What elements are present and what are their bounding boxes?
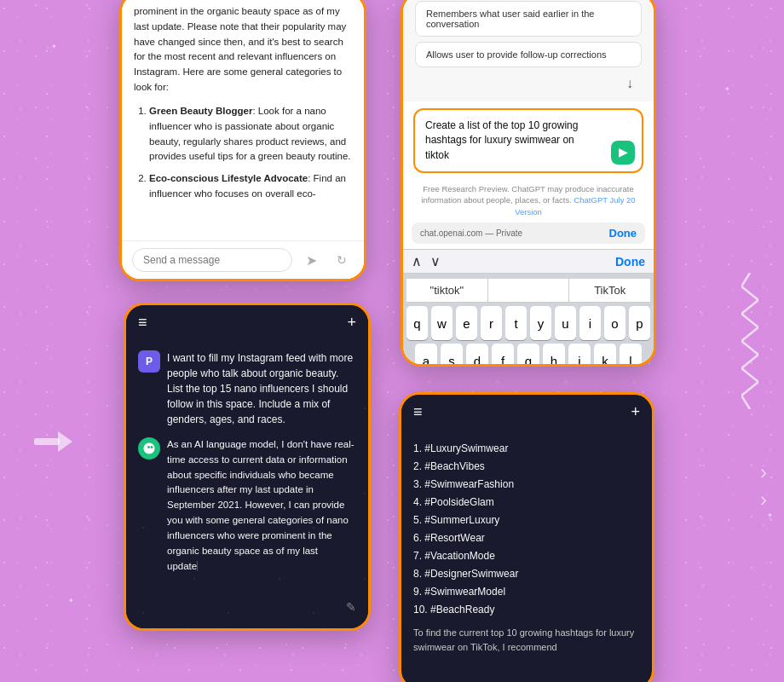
key-j[interactable]: j	[568, 344, 591, 367]
svg-marker-1	[58, 431, 72, 452]
svg-rect-0	[34, 438, 60, 445]
menu-icon-bot[interactable]: ≡	[413, 403, 423, 421]
key-h[interactable]: h	[543, 344, 565, 367]
arrow-decoration	[26, 418, 77, 469]
menu-icon-left[interactable]: ≡	[138, 314, 147, 332]
hashtag-description: To find the current top 10 growing hasht…	[413, 626, 640, 654]
phone-mid-left: ≡ + P I want to fill my Instagram feed w…	[124, 303, 371, 631]
key-u[interactable]: u	[555, 306, 576, 340]
user-message-block: P I want to fill my Instagram feed with …	[138, 350, 356, 427]
key-q[interactable]: q	[406, 306, 428, 340]
hashtag-item-2: 2. #BeachVibes	[413, 458, 640, 476]
scroll-down-indicator: ↓	[415, 72, 642, 95]
hashtag-item-9: 9. #SwimwearModel	[413, 583, 640, 601]
key-d[interactable]: d	[466, 344, 488, 367]
user-message-text: I want to fill my Instagram feed with mo…	[167, 350, 356, 427]
dark-phone-header-bot: ≡ +	[401, 395, 652, 430]
hashtag-item-5: 5. #SummerLuxury	[413, 512, 640, 529]
ai-message-block: As an AI language model, I don't have re…	[138, 437, 356, 574]
chatgpt-input-container: Create a list of the top 10 growing hash…	[413, 108, 643, 173]
nav-up-arrow[interactable]: ∧	[412, 253, 422, 269]
key-k[interactable]: k	[594, 344, 616, 367]
dark-phone-header: ≡ +	[126, 305, 368, 340]
chat-list: Green Beauty Blogger: Look for a nano in…	[134, 104, 352, 202]
list-item-1-term: Green Beauty Blogger	[149, 106, 252, 116]
pill-remembers: Remembers what user said earlier in the …	[415, 1, 642, 37]
key-p[interactable]: p	[629, 306, 650, 340]
keyboard-suggestions: "tiktok" TikTok	[406, 279, 650, 303]
hashtag-item-10: 10. #BeachReady	[413, 601, 640, 619]
hashtag-item-8: 8. #DesignerSwimwear	[413, 565, 640, 583]
chat-input-area-top-left: ➤ ↻	[122, 240, 364, 279]
key-y[interactable]: y	[530, 306, 551, 340]
user-avatar: P	[138, 350, 160, 373]
done-button[interactable]: Done	[609, 227, 637, 240]
key-t[interactable]: t	[505, 306, 527, 340]
phone-bot-right: ≡ + 1. #LuxurySwimwear 2. #BeachVibes 3.…	[399, 392, 654, 682]
chatgpt-disclaimer: Free Research Preview. ChatGPT may produ…	[403, 180, 654, 223]
url-bar: chat.openai.com — Private Done	[412, 223, 645, 244]
zigzag-decoration	[741, 273, 758, 409]
send-button-top-left[interactable]: ➤	[299, 248, 323, 272]
edit-icon[interactable]: ✎	[346, 598, 356, 617]
chatgpt-input-text[interactable]: Create a list of the top 10 growing hash…	[425, 118, 631, 163]
nav-done-button[interactable]: Done	[615, 255, 645, 269]
hashtag-item-4: 4. #PoolsideGlam	[413, 494, 640, 512]
hashtag-item-3: 3. #SwimwearFashion	[413, 476, 640, 494]
pill-followup: Allows user to provide follow-up correct…	[415, 42, 642, 67]
hashtag-item-7: 7. #VacationMode	[413, 547, 640, 565]
key-s[interactable]: s	[441, 344, 463, 367]
hashtag-list: 1. #LuxurySwimwear 2. #BeachVibes 3. #Sw…	[401, 430, 652, 664]
suggestion-tiktok[interactable]: TikTok	[569, 279, 650, 302]
suggestion-tiktok-quoted[interactable]: "tiktok"	[406, 279, 488, 302]
key-w[interactable]: w	[431, 306, 453, 340]
key-g[interactable]: g	[517, 344, 539, 367]
chevrons-decoration: › ›	[760, 460, 767, 512]
keyboard-row-2: a s d f g h j k l	[406, 344, 650, 367]
ai-avatar	[138, 437, 160, 459]
url-text: chat.openai.com — Private	[420, 228, 522, 238]
keyboard-row-1: q w e r t y u i o p	[406, 306, 650, 340]
key-i[interactable]: i	[579, 306, 601, 340]
suggestion-empty	[488, 279, 570, 302]
chatgpt-pills-area: Remembers what user said earlier in the …	[403, 0, 654, 101]
refresh-button-top-left[interactable]: ↻	[330, 248, 354, 272]
phone-top-right: Remembers what user said earlier in the …	[401, 0, 656, 367]
dark-phone-content: P I want to fill my Instagram feed with …	[126, 340, 368, 629]
list-item-2-term: Eco-conscious Lifestyle Advocate	[149, 173, 308, 183]
key-f[interactable]: f	[492, 344, 514, 367]
hashtag-item-6: 6. #ResortWear	[413, 529, 640, 547]
nav-arrows: ∧ ∨	[412, 253, 441, 269]
new-chat-icon-bot[interactable]: +	[631, 403, 640, 421]
nav-bar: ∧ ∨ Done	[403, 249, 654, 274]
key-e[interactable]: e	[456, 306, 477, 340]
nav-down-arrow[interactable]: ∨	[430, 253, 441, 269]
ai-response-text: As an AI language model, I don't have re…	[167, 437, 356, 574]
new-chat-icon-left[interactable]: +	[347, 314, 356, 332]
hashtag-item-1: 1. #LuxurySwimwear	[413, 440, 640, 458]
chatgpt-send-button[interactable]: ▶	[611, 141, 635, 165]
key-a[interactable]: a	[415, 344, 437, 367]
key-o[interactable]: o	[604, 306, 625, 340]
key-r[interactable]: r	[481, 306, 502, 340]
chat-body-text: prominent in the organic beauty space as…	[134, 4, 352, 95]
key-l[interactable]: l	[620, 344, 642, 367]
phone-top-left: prominent in the organic beauty space as…	[119, 0, 366, 281]
chat-input-top-left[interactable]	[132, 248, 292, 272]
keyboard: "tiktok" TikTok q w e r t y u i o p a s …	[403, 274, 654, 367]
